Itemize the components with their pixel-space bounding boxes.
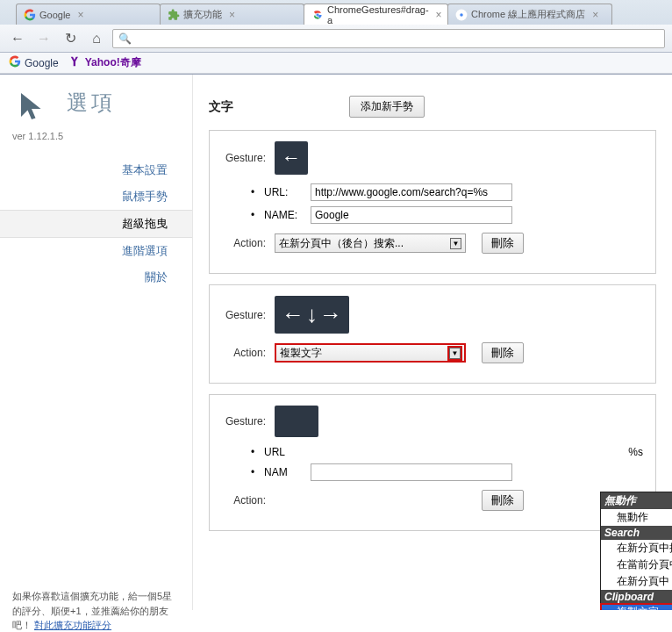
sidebar-item-superdrag[interactable]: 超級拖曳 [0,210,192,238]
gesture-preview [275,406,318,437]
forward-button[interactable]: → [33,28,54,49]
version-label: ver 1.12.1.5 [0,131,192,157]
sidebar-nav: 基本設置 鼠標手勢 超級拖曳 進階選項 關於 [0,157,192,291]
svg-point-5 [460,13,463,17]
tab-active[interactable]: ChromeGestures#drag-a × [304,4,448,25]
chrome-icon [455,9,468,21]
gesture-block: Gesture: ← • URL: • NAME: Action: 在新分頁中 [209,130,656,274]
name-input[interactable] [311,463,512,481]
bookmark-google[interactable]: Google [9,55,59,70]
gesture-preview: ← [275,141,308,175]
delete-button[interactable]: 刪除 [482,233,524,254]
gesture-block: Gesture: • URL %s • NAM Action: [209,394,656,531]
reload-button[interactable]: ↻ [60,28,81,49]
action-label: Action: [222,494,266,506]
name-label: NAME: [264,209,304,221]
page-title: 選項 [67,89,116,117]
add-gesture-button[interactable]: 添加新手勢 [349,96,425,118]
extension-icon [168,9,180,21]
gesture-label: Gesture: [222,309,266,321]
dropdown-option-selected[interactable]: 複製文字↖ [601,604,672,610]
google-icon [9,55,21,70]
close-icon[interactable]: × [77,9,83,21]
action-dropdown[interactable]: 無動作 無動作 Search 在新分頁中搜索... 在當前分頁中搜索... 在新… [600,492,672,610]
action-label: Action: [222,347,266,359]
delete-button[interactable]: 刪除 [482,342,524,363]
home-button[interactable]: ⌂ [86,28,107,49]
section-label: 文字 [209,99,349,115]
sidebar: 選項 ver 1.12.1.5 基本設置 鼠標手勢 超級拖曳 進階選項 關於 如… [0,75,193,610]
sidebar-item-mouse[interactable]: 鼠標手勢 [0,183,192,210]
dropdown-option[interactable]: 在當前分頁中搜索... [601,557,672,573]
tab-strip: Google × 擴充功能 × ChromeGestures#drag-a × … [0,0,672,25]
action-select[interactable]: 在新分頁中（後台）搜索... ▼ [275,233,466,253]
tab[interactable]: Chrome 線上應用程式商店 × [447,4,612,25]
gesture-label: Gesture: [222,415,266,427]
action-label: Action: [222,237,266,249]
action-select-open[interactable]: 複製文字 ▼ [275,343,466,363]
sidebar-footer: 如果你喜歡這個擴充功能，給一個5星的評分、順便+1，並推薦給你的朋友吧！ 對此擴… [0,589,192,632]
url-input[interactable] [311,183,512,201]
delete-button[interactable]: 刪除 [482,490,524,511]
url-label: URL: [264,186,304,198]
name-label: NAM [264,466,304,478]
close-icon[interactable]: × [436,9,442,21]
back-button[interactable]: ← [7,28,28,49]
omnibox[interactable]: 🔍 [112,29,665,48]
tab[interactable]: Google × [16,4,161,25]
url-label: URL [264,446,304,458]
tab[interactable]: 擴充功能 × [160,4,304,25]
gesture-block: Gesture: ← ↓ → Action: 複製文字 ▼ 刪除 [209,284,656,384]
chrome-icon [311,9,324,21]
chevron-down-icon: ▼ [450,238,461,249]
name-input[interactable] [311,206,512,224]
gesture-label: Gesture: [222,152,266,164]
browser-chrome: Google × 擴充功能 × ChromeGestures#drag-a × … [0,0,672,75]
main-panel: 文字 添加新手勢 Gesture: ← • URL: • NAME: [193,75,672,610]
dropdown-group: 無動作 [601,492,672,509]
google-icon [24,9,36,21]
dropdown-group: Search [601,526,672,540]
close-icon[interactable]: × [592,9,598,21]
gesture-preview: ← ↓ → [275,296,349,334]
dropdown-option[interactable]: 無動作 [601,509,672,526]
toolbar: ← → ↻ ⌂ 🔍 [0,25,672,53]
search-icon: 🔍 [118,32,132,45]
bookmark-yahoo[interactable]: Yahoo!奇摩 [69,55,141,70]
sidebar-item-advanced[interactable]: 進階選項 [0,238,192,264]
svg-point-3 [317,13,318,15]
dropdown-option[interactable]: 在新分頁中（後台）搜索... [601,573,672,590]
yahoo-icon [69,55,82,70]
content-area: 選項 ver 1.12.1.5 基本設置 鼠標手勢 超級拖曳 進階選項 關於 如… [0,75,672,610]
cursor-icon [14,89,49,124]
sidebar-item-about[interactable]: 關於 [0,264,192,291]
chevron-down-icon: ▼ [449,348,461,359]
rate-link[interactable]: 對此擴充功能評分 [34,620,111,630]
bookmark-bar: Google Yahoo!奇摩 [0,53,672,74]
dropdown-option[interactable]: 在新分頁中搜索... [601,540,672,557]
sidebar-item-basic[interactable]: 基本設置 [0,157,192,183]
close-icon[interactable]: × [229,9,235,21]
dropdown-group: Clipboard [601,590,672,604]
